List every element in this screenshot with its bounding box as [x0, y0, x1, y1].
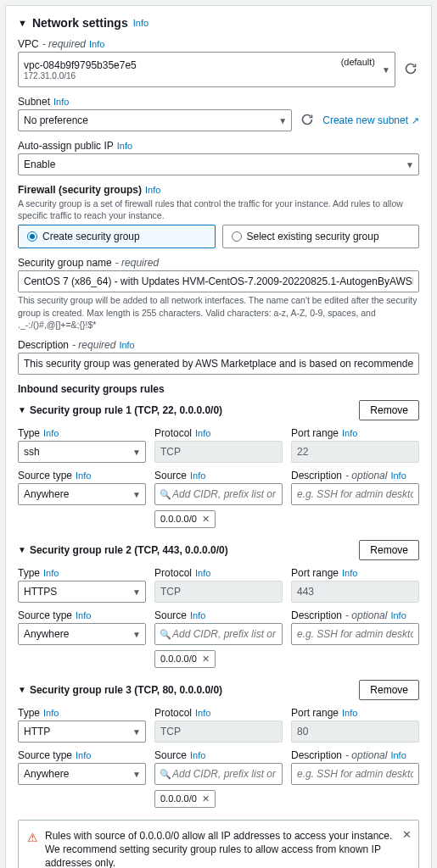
autoip-select[interactable]: Enable — [18, 153, 419, 175]
vpc-required: - required — [42, 38, 86, 50]
source-type-label: Source type — [18, 609, 72, 621]
type-label: Type — [18, 427, 40, 439]
firewall-info-link[interactable]: Info — [145, 185, 160, 195]
remove-tag-button[interactable]: ✕ — [202, 654, 210, 665]
rule-port: 80 — [291, 721, 419, 743]
protocol-label: Protocol — [154, 707, 192, 719]
warning-close-button[interactable]: ✕ — [402, 827, 412, 843]
rule-source-input[interactable] — [154, 763, 283, 785]
remove-rule-button[interactable]: Remove — [359, 400, 419, 420]
rule-type-select[interactable]: HTTPS — [18, 581, 146, 603]
collapse-caret-icon[interactable]: ▼ — [18, 18, 27, 28]
port-label: Port range — [291, 427, 339, 439]
type-info-link[interactable]: Info — [43, 708, 59, 718]
sg-desc-label: Description — [18, 339, 69, 351]
protocol-info-link[interactable]: Info — [195, 428, 210, 438]
rule-port: 22 — [291, 441, 419, 463]
sg-name-help: This security group will be added to all… — [18, 294, 419, 331]
subnet-info-link[interactable]: Info — [53, 97, 69, 107]
subnet-select[interactable]: No preference — [18, 109, 292, 131]
security-group-rule: ▼ Security group rule 3 (TCP, 80, 0.0.0.… — [18, 680, 419, 808]
remove-tag-button[interactable]: ✕ — [202, 793, 210, 804]
radio-dot-icon — [232, 231, 242, 242]
protocol-label: Protocol — [154, 427, 192, 439]
rule-title: Security group rule 3 (TCP, 80, 0.0.0.0/… — [30, 684, 222, 696]
rule-source-type-select[interactable]: Anywhere — [18, 763, 146, 785]
srctype-info-link[interactable]: Info — [76, 470, 91, 481]
protocol-info-link[interactable]: Info — [195, 708, 210, 718]
radio-select-sg[interactable]: Select existing security group — [222, 225, 420, 248]
autoip-info-link[interactable]: Info — [117, 141, 132, 151]
vpc-refresh-button[interactable] — [402, 60, 419, 80]
panel-info-link[interactable]: Info — [133, 18, 148, 28]
vpc-select[interactable]: vpc-084b9f9795b35e7e5 172.31.0.0/16 (def… — [18, 52, 395, 87]
security-group-rule: ▼ Security group rule 2 (TCP, 443, 0.0.0… — [18, 540, 419, 668]
inbound-rules-header: Inbound security groups rules — [18, 383, 419, 395]
autoip-label: Auto-assign public IP — [18, 140, 114, 152]
port-label: Port range — [291, 707, 339, 719]
remove-rule-button[interactable]: Remove — [359, 540, 419, 560]
rule-source-input[interactable] — [154, 623, 283, 645]
create-subnet-link[interactable]: Create new subnet ↗ — [322, 114, 419, 126]
type-info-link[interactable]: Info — [43, 568, 59, 578]
port-info-link[interactable]: Info — [342, 428, 357, 438]
source-cidr-tag: 0.0.0.0/0 ✕ — [154, 510, 216, 528]
security-group-rule: ▼ Security group rule 1 (TCP, 22, 0.0.0.… — [18, 400, 419, 528]
source-type-label: Source type — [18, 749, 72, 761]
panel-header: ▼ Network settings Info — [18, 16, 419, 30]
sg-desc-input[interactable] — [18, 353, 419, 375]
protocol-label: Protocol — [154, 567, 192, 579]
rule-description-input[interactable] — [291, 763, 419, 785]
sg-name-field: Security group name - required This secu… — [18, 257, 419, 331]
source-label: Source — [154, 470, 187, 481]
firewall-label: Firewall (security groups) — [18, 184, 142, 196]
type-label: Type — [18, 567, 40, 579]
remove-rule-button[interactable]: Remove — [359, 680, 419, 700]
desc-info-link[interactable]: Info — [390, 470, 406, 481]
port-label: Port range — [291, 567, 339, 579]
firewall-help: A security group is a set of firewall ru… — [18, 198, 419, 221]
vpc-value: vpc-084b9f9795b35e7e5 — [24, 59, 373, 71]
source-info-link[interactable]: Info — [190, 750, 205, 760]
srctype-info-link[interactable]: Info — [76, 750, 91, 760]
collapse-caret-icon[interactable]: ▼ — [18, 545, 26, 554]
open-cidr-warning: ⚠ Rules with source of 0.0.0.0/0 allow a… — [18, 820, 419, 868]
rule-description-input[interactable] — [291, 623, 419, 645]
subnet-refresh-button[interactable] — [299, 111, 316, 131]
desc-info-link[interactable]: Info — [390, 750, 406, 760]
vpc-cidr: 172.31.0.0/16 — [24, 71, 373, 81]
search-icon: 🔍 — [160, 768, 171, 779]
rule-type-select[interactable]: HTTP — [18, 721, 146, 743]
rule-type-select[interactable]: ssh — [18, 441, 146, 463]
warning-triangle-icon: ⚠ — [27, 830, 38, 868]
source-info-link[interactable]: Info — [190, 610, 205, 620]
refresh-icon — [404, 62, 417, 75]
remove-tag-button[interactable]: ✕ — [202, 514, 210, 525]
sg-desc-info-link[interactable]: Info — [119, 340, 134, 350]
protocol-info-link[interactable]: Info — [195, 568, 210, 578]
vpc-info-link[interactable]: Info — [89, 39, 104, 49]
source-info-link[interactable]: Info — [190, 470, 205, 481]
rule-source-type-select[interactable]: Anywhere — [18, 623, 146, 645]
radio-create-sg[interactable]: Create security group — [18, 225, 216, 248]
rule-port: 443 — [291, 581, 419, 603]
autoip-field: Auto-assign public IP Info Enable ▼ — [18, 140, 419, 175]
search-icon: 🔍 — [160, 628, 171, 639]
type-info-link[interactable]: Info — [43, 428, 59, 438]
rule-source-input[interactable] — [154, 483, 283, 505]
subnet-field: Subnet Info No preference ▼ Create new s… — [18, 96, 419, 131]
desc-info-link[interactable]: Info — [390, 610, 406, 620]
rule-source-type-select[interactable]: Anywhere — [18, 483, 146, 505]
collapse-caret-icon[interactable]: ▼ — [18, 685, 26, 694]
sg-name-label: Security group name — [18, 257, 112, 269]
subnet-label: Subnet — [18, 96, 50, 108]
srctype-info-link[interactable]: Info — [76, 610, 91, 620]
network-settings-panel: ▼ Network settings Info VPC - required I… — [5, 5, 432, 868]
port-info-link[interactable]: Info — [342, 708, 357, 718]
collapse-caret-icon[interactable]: ▼ — [18, 405, 26, 415]
sg-name-input[interactable] — [18, 270, 419, 292]
port-info-link[interactable]: Info — [342, 568, 357, 578]
source-type-label: Source type — [18, 470, 72, 481]
rule-description-input[interactable] — [291, 483, 419, 505]
search-icon: 🔍 — [160, 488, 171, 499]
